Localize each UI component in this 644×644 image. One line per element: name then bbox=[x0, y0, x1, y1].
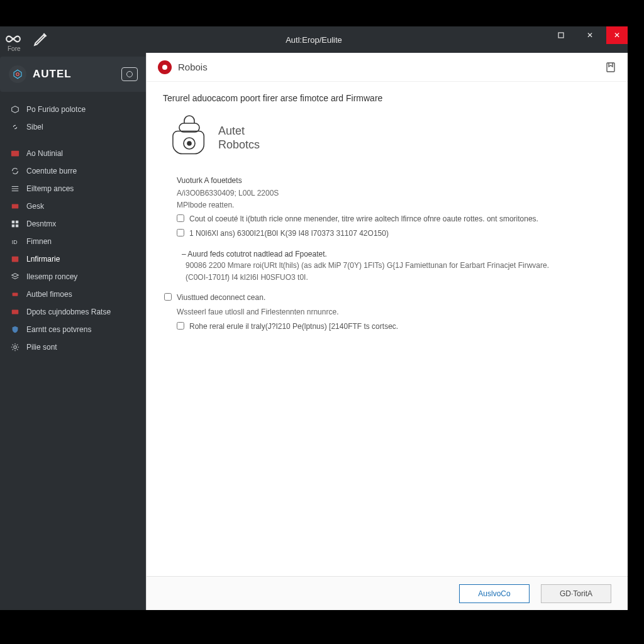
block-line: Wssteerl faue utlosll and Firlestennten … bbox=[177, 306, 602, 318]
svg-rect-5 bbox=[16, 221, 18, 223]
checkbox[interactable] bbox=[177, 214, 184, 222]
block-line: 90086 2200 Mmare roi(URt lt(hils) (as ad… bbox=[186, 260, 602, 272]
app-body: AUTEL Po Furido polotce Sibel Ao Nutinia… bbox=[0, 53, 628, 610]
checkbox-row[interactable]: Cout ol coeuté lt i(btuth ricle onne men… bbox=[177, 213, 602, 225]
gear-icon bbox=[10, 342, 20, 352]
svg-rect-6 bbox=[12, 225, 14, 227]
maximize-button[interactable]: ✕ bbox=[577, 26, 602, 44]
svg-rect-13 bbox=[607, 63, 614, 72]
nav-item-eiltemp[interactable]: Eiltemp ances bbox=[0, 180, 146, 197]
svg-rect-9 bbox=[12, 257, 19, 262]
checkbox-row[interactable]: 1 N0I6Xl ans) 6300I21(B0I K(39 I48 I7037… bbox=[177, 228, 602, 240]
window-title: Autl:Erop/Eulite bbox=[286, 35, 342, 45]
bookmark-icon[interactable] bbox=[605, 62, 616, 73]
card-icon bbox=[10, 148, 20, 158]
svg-point-16 bbox=[187, 142, 191, 145]
nav-item-ao-nutinial[interactable]: Ao Nutinial bbox=[0, 145, 146, 162]
nav-item-pilie-sont[interactable]: Pilie sont bbox=[0, 338, 146, 356]
nav-item-ilesemp[interactable]: Ilesemp roncey bbox=[0, 268, 146, 286]
nav-item-autbel-fimoes[interactable]: Autbel fimoes bbox=[0, 286, 146, 303]
pencil-icon[interactable] bbox=[33, 31, 49, 49]
lock-robot-icon bbox=[172, 114, 207, 162]
text-icon: ID bbox=[10, 236, 20, 247]
sidebar: AUTEL Po Furido polotce Sibel Ao Nutinia… bbox=[0, 53, 146, 610]
nav-item-lnfirmarie[interactable]: Lnfirmarie bbox=[0, 250, 146, 268]
nav-item-dpots[interactable]: Dpots cujndobmes Ratse bbox=[0, 303, 146, 321]
grid-icon bbox=[10, 219, 20, 229]
cube-icon bbox=[10, 104, 20, 114]
block-head: Vuoturk A fouetdets bbox=[177, 175, 602, 187]
minimize-button[interactable] bbox=[548, 26, 574, 44]
brand-dot-icon bbox=[158, 60, 172, 74]
nav-label: Sibel bbox=[26, 123, 43, 131]
product-row: Autet Robotcs bbox=[172, 114, 602, 162]
nav-item-po-furido[interactable]: Po Furido polotce bbox=[0, 101, 146, 118]
rates-icon bbox=[10, 307, 20, 317]
nav-item-gesk[interactable]: Gesk bbox=[0, 197, 146, 215]
svg-rect-2 bbox=[11, 151, 19, 157]
checkbox[interactable] bbox=[177, 322, 184, 330]
nav-item-desntmx[interactable]: Desntmx bbox=[0, 215, 146, 233]
svg-rect-4 bbox=[12, 221, 14, 223]
primary-button[interactable]: AuslvoCo bbox=[459, 584, 530, 603]
app-window: Fore Autl:Erop/Eulite ✕ ✕ AUTEL Po Furid… bbox=[0, 26, 628, 610]
block-line: A/i3O0B6330409; L00L 2200S bbox=[177, 187, 602, 199]
titlebar: Fore Autl:Erop/Eulite ✕ ✕ bbox=[0, 26, 628, 53]
checkbox-label: Viusttued deconnect cean. bbox=[177, 292, 265, 304]
nav-item-earntt[interactable]: Earntt ces potvrens bbox=[0, 321, 146, 338]
svg-rect-0 bbox=[558, 33, 564, 38]
svg-rect-3 bbox=[12, 204, 19, 209]
svg-rect-7 bbox=[16, 225, 18, 227]
titlebar-tool-label: Fore bbox=[8, 45, 21, 52]
nav-label: Desntmx bbox=[26, 219, 56, 228]
close-button[interactable]: ✕ bbox=[606, 26, 628, 44]
nav-label: Autbel fimoes bbox=[26, 290, 72, 299]
nav-label: Dpots cujndobmes Ratse bbox=[26, 308, 111, 316]
nav-label: Earntt ces potvrens bbox=[26, 325, 91, 334]
info-block-2: – Auurd feds cotutrot nadtlead ad Fpoeat… bbox=[177, 248, 602, 284]
brand-header[interactable]: AUTEL bbox=[0, 57, 147, 92]
tag-icon bbox=[10, 201, 20, 211]
block-line: (C0OI-1701f) I4 kI2I6I H0SFUO3 t0I. bbox=[186, 272, 602, 284]
nav-label: Lnfirmarie bbox=[26, 255, 60, 264]
info-block-1: Vuoturk A fouetdets A/i3O0B6330409; L00L… bbox=[177, 175, 602, 240]
nav-label: Po Furido polotce bbox=[26, 105, 86, 114]
sliders-icon bbox=[10, 184, 20, 194]
main-subtitle: Terurel aduocacom poort firer arse fimot… bbox=[147, 82, 628, 103]
nav-label: Gesk bbox=[26, 202, 44, 211]
nav-label: Pilie sont bbox=[26, 343, 57, 352]
svg-point-12 bbox=[14, 346, 16, 348]
camera-icon[interactable] bbox=[121, 67, 138, 81]
checkbox-row[interactable]: Rohe reral erule il traly(J?I210 Pe(lptn… bbox=[177, 321, 602, 333]
svg-point-1 bbox=[16, 73, 19, 76]
checkbox-label: Cout ol coeuté lt i(btuth ricle onne men… bbox=[189, 213, 538, 225]
drone-icon bbox=[10, 289, 20, 299]
refresh-icon bbox=[10, 166, 20, 176]
secondary-button[interactable]: GD·ToritA bbox=[541, 584, 611, 603]
svg-text:ID: ID bbox=[12, 239, 18, 245]
link-icon bbox=[10, 122, 20, 132]
firmware-icon bbox=[10, 254, 20, 264]
window-controls: ✕ ✕ bbox=[548, 26, 628, 44]
shield-icon bbox=[10, 325, 20, 335]
brand-logo-icon bbox=[9, 65, 26, 83]
checkbox-label: 1 N0I6Xl ans) 6300I21(B0I K(39 I48 I7037… bbox=[189, 228, 389, 240]
nav-group-2: Ao Nutinial Coentute burre Eiltemp ances… bbox=[0, 142, 146, 358]
main-header: Robois bbox=[147, 53, 628, 82]
main-panel: Robois Terurel aduocacom poort firer ars… bbox=[146, 53, 628, 610]
main-heading: Robois bbox=[178, 62, 208, 72]
checkbox[interactable] bbox=[177, 229, 184, 236]
nav-item-coentute[interactable]: Coentute burre bbox=[0, 162, 146, 180]
info-block-3: Viusttued deconnect cean. Wssteerl faue … bbox=[164, 292, 602, 332]
layers-icon bbox=[10, 272, 20, 282]
checkbox[interactable] bbox=[164, 293, 172, 301]
nav-item-sibel[interactable]: Sibel bbox=[0, 118, 146, 136]
nav-label: Ilesemp roncey bbox=[26, 272, 77, 281]
footer-bar: AuslvoCo GD·ToritA bbox=[147, 576, 628, 610]
svg-rect-10 bbox=[13, 292, 18, 296]
checkbox-row[interactable]: Viusttued deconnect cean. bbox=[164, 292, 602, 304]
nav-item-fimnen[interactable]: IDFimnen bbox=[0, 233, 146, 250]
nav-group-1: Po Furido polotce Sibel bbox=[0, 98, 146, 138]
nav-label: Ao Nutinial bbox=[26, 149, 63, 158]
content-area: Autet Robotcs Vuoturk A fouetdets A/i3O0… bbox=[147, 103, 628, 576]
